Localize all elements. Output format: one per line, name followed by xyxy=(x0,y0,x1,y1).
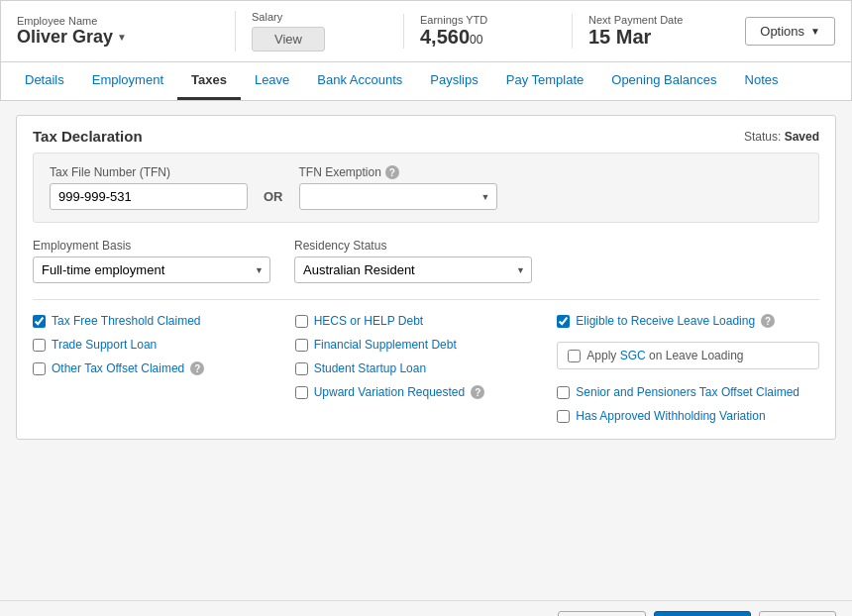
tab-bank-accounts[interactable]: Bank Accounts xyxy=(303,62,416,100)
financial-supplement-checkbox[interactable] xyxy=(295,339,308,352)
hecs-help-label[interactable]: HECS or HELP Debt xyxy=(314,314,424,328)
employee-name-arrow-icon: ▼ xyxy=(117,32,127,43)
apply-sgc-label[interactable]: Apply SGC on Leave Loading xyxy=(586,349,743,362)
student-startup-checkbox[interactable] xyxy=(295,362,308,375)
leave-loading-checkbox[interactable] xyxy=(557,315,570,328)
header-bar: Employee Name Oliver Gray ▼ Salary View … xyxy=(0,0,852,62)
checkbox-student-startup: Student Startup Loan xyxy=(295,361,558,375)
checkbox-leave-loading: Eligible to Receive Leave Loading ? xyxy=(557,314,819,328)
upward-variation-checkbox[interactable] xyxy=(295,386,308,399)
tab-leave[interactable]: Leave xyxy=(241,62,303,100)
earnings-value: 4,56000 xyxy=(420,26,572,49)
tab-notes[interactable]: Notes xyxy=(731,62,793,100)
footer-actions: File Now Save Only Cancel xyxy=(0,600,852,616)
trade-support-checkbox[interactable] xyxy=(33,339,46,352)
upward-variation-label[interactable]: Upward Variation Requested xyxy=(314,385,466,399)
options-button[interactable]: Options ▼ xyxy=(745,17,835,46)
senior-pensioners-label[interactable]: Senior and Pensioners Tax Offset Claimed xyxy=(576,385,799,399)
next-payment-date: 15 Mar xyxy=(588,26,730,49)
other-tax-offset-checkbox[interactable] xyxy=(33,362,46,375)
other-tax-offset-label[interactable]: Other Tax Offset Claimed xyxy=(52,361,184,375)
checkbox-financial-supplement: Financial Supplement Debt xyxy=(295,338,558,352)
tab-pay-template[interactable]: Pay Template xyxy=(492,62,598,100)
checkbox-approved-withholding: Has Approved Withholding Variation xyxy=(557,409,819,423)
tfn-exemption-info-icon[interactable]: ? xyxy=(385,165,399,179)
checkboxes-area: Tax Free Threshold Claimed Trade Support… xyxy=(33,314,819,423)
leave-loading-info-icon[interactable]: ? xyxy=(761,314,775,328)
approved-withholding-checkbox[interactable] xyxy=(557,410,570,423)
next-payment-label: Next Payment Date xyxy=(588,14,730,26)
next-payment-section: Next Payment Date 15 Mar xyxy=(572,14,730,49)
employee-name: Oliver Gray xyxy=(17,27,113,48)
leave-loading-label[interactable]: Eligible to Receive Leave Loading xyxy=(576,314,755,328)
checkbox-tax-free: Tax Free Threshold Claimed xyxy=(33,314,295,328)
checkbox-col-1: Tax Free Threshold Claimed Trade Support… xyxy=(33,314,295,423)
tfn-label: Tax File Number (TFN) xyxy=(50,165,248,179)
other-tax-offset-info-icon[interactable]: ? xyxy=(190,361,204,375)
approved-withholding-label[interactable]: Has Approved Withholding Variation xyxy=(576,409,765,423)
checkbox-col-3: Eligible to Receive Leave Loading ? Appl… xyxy=(557,314,819,423)
earnings-label: Earnings YTD xyxy=(420,14,572,26)
tabs-bar: Details Employment Taxes Leave Bank Acco… xyxy=(0,62,852,101)
basis-residency-row: Employment Basis Full-time employment Re… xyxy=(33,239,819,283)
apply-sgc-box: Apply SGC on Leave Loading xyxy=(557,342,819,369)
earnings-section: Earnings YTD 4,56000 xyxy=(403,14,572,49)
checkbox-other-tax-offset: Other Tax Offset Claimed ? xyxy=(33,361,295,375)
view-salary-button[interactable]: View xyxy=(252,27,325,51)
tfn-input[interactable] xyxy=(50,183,248,210)
tab-opening-balances[interactable]: Opening Balances xyxy=(597,62,730,100)
tab-details[interactable]: Details xyxy=(11,62,78,100)
tax-free-checkbox[interactable] xyxy=(33,315,46,328)
employment-basis-label: Employment Basis xyxy=(33,239,270,253)
checkbox-senior-pensioners: Senior and Pensioners Tax Offset Claimed xyxy=(557,385,819,399)
tfn-row: Tax File Number (TFN) OR TFN Exemption ? xyxy=(33,153,819,223)
options-caret-icon: ▼ xyxy=(810,26,820,37)
or-text: OR xyxy=(264,189,283,210)
section-title: Tax Declaration xyxy=(33,128,143,145)
tab-employment[interactable]: Employment xyxy=(78,62,177,100)
file-now-button[interactable]: File Now xyxy=(558,611,646,616)
apply-sgc-checkbox[interactable] xyxy=(568,350,581,362)
salary-section: Salary View xyxy=(235,11,403,51)
main-content: Tax Declaration Status: Saved Tax File N… xyxy=(0,101,852,600)
tab-payslips[interactable]: Payslips xyxy=(416,62,491,100)
tfn-exemption-select[interactable] xyxy=(299,183,497,210)
upward-variation-info-icon[interactable]: ? xyxy=(471,385,484,399)
employee-label: Employee Name xyxy=(17,15,235,27)
salary-label: Salary xyxy=(252,11,403,23)
status-text: Status: Saved xyxy=(744,130,819,144)
student-startup-label[interactable]: Student Startup Loan xyxy=(314,361,426,375)
cancel-button[interactable]: Cancel xyxy=(759,611,836,616)
status-value: Saved xyxy=(785,130,819,144)
checkbox-upward-variation: Upward Variation Requested ? xyxy=(295,385,558,399)
residency-status-label: Residency Status xyxy=(294,239,532,253)
save-only-button[interactable]: Save Only xyxy=(654,611,751,616)
senior-pensioners-checkbox[interactable] xyxy=(557,386,570,399)
employment-basis-select[interactable]: Full-time employment xyxy=(33,257,270,283)
options-section: Options ▼ xyxy=(745,17,835,46)
checkbox-hecs-help: HECS or HELP Debt xyxy=(295,314,558,328)
tfn-exemption-label: TFN Exemption ? xyxy=(299,165,497,179)
tax-free-label[interactable]: Tax Free Threshold Claimed xyxy=(52,314,201,328)
residency-status-select[interactable]: Australian Resident xyxy=(294,257,532,283)
financial-supplement-label[interactable]: Financial Supplement Debt xyxy=(314,338,457,352)
tax-declaration-card: Tax Declaration Status: Saved Tax File N… xyxy=(16,115,836,440)
checkbox-trade-support: Trade Support Loan xyxy=(33,338,295,352)
tab-taxes[interactable]: Taxes xyxy=(177,62,241,100)
section-header: Tax Declaration Status: Saved xyxy=(17,116,835,153)
hecs-help-checkbox[interactable] xyxy=(295,315,308,328)
employee-section: Employee Name Oliver Gray ▼ xyxy=(17,15,235,48)
checkbox-col-2: HECS or HELP Debt Financial Supplement D… xyxy=(295,314,558,423)
trade-support-label[interactable]: Trade Support Loan xyxy=(52,338,157,352)
